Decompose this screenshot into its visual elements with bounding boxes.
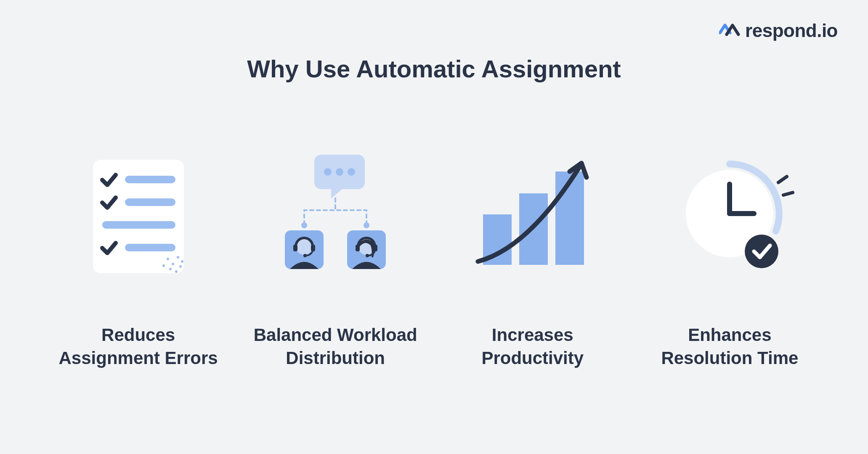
svg-rect-22 [311,245,315,251]
svg-point-37 [745,235,778,268]
checklist-icon [80,143,197,286]
svg-point-17 [301,222,307,228]
features-row: Reduces Assignment Errors [0,143,868,370]
feature-caption: Reduces Assignment Errors [59,324,218,370]
feature-balanced-workload: Balanced Workload Distribution [243,143,428,370]
svg-point-14 [324,168,332,176]
svg-point-5 [167,258,169,260]
feature-caption: Enhances Resolution Time [661,324,798,370]
page-title: Why Use Automatic Assignment [247,55,621,83]
feature-enhances-resolution: Enhances Resolution Time [637,143,822,370]
svg-point-9 [179,265,182,268]
svg-line-35 [778,177,787,182]
svg-point-23 [303,254,307,257]
svg-rect-26 [356,245,360,251]
svg-point-18 [364,222,369,228]
svg-point-15 [336,168,343,176]
feature-reduces-errors: Reduces Assignment Errors [46,143,231,370]
logo-mark-icon [719,20,742,41]
svg-point-8 [162,264,165,267]
svg-rect-4 [125,244,175,251]
svg-point-12 [181,260,183,263]
growth-chart-icon [465,143,600,286]
svg-line-36 [783,193,793,195]
feature-caption: Balanced Workload Distribution [254,324,417,370]
svg-rect-3 [102,221,175,229]
svg-point-10 [169,268,172,270]
svg-point-6 [172,263,174,265]
svg-rect-2 [125,198,175,206]
feature-increases-productivity: Increases Productivity [440,143,625,370]
svg-rect-1 [125,176,175,183]
feature-caption: Increases Productivity [481,324,584,370]
brand-logo: respond.io [719,20,838,41]
svg-point-7 [177,256,179,259]
svg-rect-21 [293,245,297,251]
brand-name: respond.io [745,20,838,41]
svg-point-16 [348,168,355,176]
svg-point-28 [366,254,369,257]
svg-point-11 [175,270,178,273]
svg-rect-27 [373,245,377,251]
distribution-icon [268,143,403,286]
clock-check-icon [662,143,797,286]
